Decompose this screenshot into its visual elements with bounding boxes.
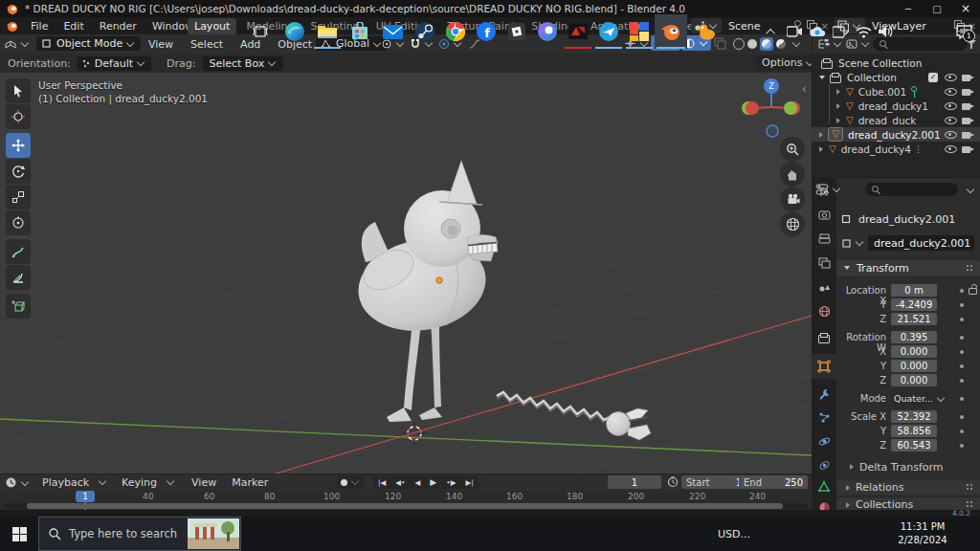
tab-constraints[interactable] — [812, 453, 836, 476]
tool-measure[interactable] — [6, 265, 31, 290]
scale-y-field[interactable]: 58.856 — [891, 425, 937, 437]
tab-object-data[interactable] — [812, 474, 836, 497]
marker-menu[interactable]: Marker — [226, 476, 274, 489]
animate-dot[interactable] — [960, 303, 964, 307]
outliner-row-cube[interactable]: ▽ Cube.001 — [812, 84, 980, 99]
play-button[interactable]: ▶ — [425, 477, 441, 487]
radeon-icon[interactable] — [563, 14, 593, 49]
tool-move[interactable] — [6, 133, 31, 158]
rot-z-field[interactable]: 0.000 — [891, 374, 937, 386]
gizmo-z-neg-ball[interactable] — [767, 125, 778, 137]
tab-layout[interactable]: Layout — [188, 18, 236, 34]
pan-button[interactable] — [780, 162, 805, 187]
playhead-marker[interactable]: 1 — [76, 491, 95, 502]
expand-icon[interactable] — [819, 76, 825, 79]
scale-z-field[interactable]: 60.543 — [891, 439, 937, 452]
loc-x-field[interactable]: 0 m — [891, 284, 937, 297]
render-visibility-icon[interactable] — [962, 86, 975, 97]
rotation-mode-dropdown[interactable]: Quater... — [891, 392, 947, 405]
collapse-icon[interactable] — [819, 146, 823, 152]
editor-type-button[interactable] — [4, 36, 31, 52]
hide-eye-icon[interactable] — [945, 115, 957, 125]
animate-dot[interactable] — [960, 318, 964, 321]
animate-dot[interactable] — [960, 336, 964, 340]
tablet-pen-icon[interactable] — [829, 14, 852, 49]
edge-icon[interactable] — [279, 14, 310, 49]
lock-icon[interactable] — [969, 284, 978, 296]
jump-to-end-button[interactable]: ▶| — [460, 478, 478, 487]
play-reverse-button[interactable]: ◀ — [411, 478, 426, 487]
rot-y-field[interactable]: 0.000 — [891, 360, 937, 372]
blender-menu-icon[interactable] — [6, 20, 18, 33]
tab-particles[interactable] — [812, 406, 836, 429]
animate-dot[interactable] — [960, 397, 964, 401]
drag-dropdown[interactable]: Select Box — [203, 56, 283, 71]
outliner-row-ducky1[interactable]: ▽ dread_ducky1 — [812, 99, 980, 113]
panel-drag-dots[interactable] — [967, 501, 974, 508]
tab-output[interactable] — [812, 228, 836, 251]
tool-transform[interactable] — [6, 210, 31, 235]
animate-dot[interactable] — [960, 415, 964, 419]
animate-dot[interactable] — [960, 289, 964, 293]
outliner-row-scene-collection[interactable]: Scene Collection — [812, 55, 980, 70]
tab-view-layer[interactable] — [812, 252, 836, 275]
minimize-button[interactable]: ─ — [894, 0, 923, 17]
photos-icon[interactable] — [624, 14, 655, 49]
orthographic-toggle-button[interactable] — [780, 211, 805, 236]
tool-annotate[interactable] — [6, 239, 31, 264]
tab-modifiers[interactable] — [812, 382, 836, 405]
transform-panel-header[interactable]: Transform — [836, 260, 980, 276]
tool-select-box[interactable] — [6, 78, 31, 103]
meet-now-icon[interactable] — [783, 14, 806, 49]
timeline-scroll-track[interactable] — [4, 503, 808, 509]
hide-eye-icon[interactable] — [945, 143, 957, 154]
timeline-editor-type[interactable] — [5, 475, 31, 490]
viewport-canvas[interactable] — [0, 73, 812, 474]
hide-eye-icon[interactable] — [945, 72, 957, 82]
collection-checkbox[interactable]: ✓ — [928, 73, 938, 82]
collapse-icon[interactable] — [836, 118, 840, 123]
tray-app-label[interactable]: USD... — [718, 528, 750, 540]
wifi-icon[interactable] — [852, 14, 875, 49]
collapse-icon[interactable] — [836, 89, 840, 95]
start-button[interactable] — [0, 517, 38, 551]
navigation-gizmo[interactable]: Z — [737, 77, 806, 145]
maximize-button[interactable]: □ — [923, 0, 951, 17]
animate-dot[interactable] — [960, 350, 964, 354]
search-highlight-image[interactable] — [188, 518, 239, 549]
panel-drag-dots[interactable] — [967, 265, 974, 272]
menu-render[interactable]: Render — [92, 20, 145, 33]
menu-edit[interactable]: Edit — [56, 20, 91, 33]
outliner-row-ducky2-selected[interactable]: ▽ dread_ducky2.001 — [812, 127, 980, 142]
tab-object-active[interactable] — [812, 354, 836, 379]
delta-transform-subpanel[interactable]: Delta Transform — [850, 460, 944, 474]
onedrive-cloud-icon[interactable] — [806, 14, 829, 49]
tab-collection[interactable] — [812, 326, 836, 349]
view-menu[interactable]: View — [182, 476, 226, 489]
volume-icon[interactable] — [875, 14, 898, 49]
tab-tool[interactable] — [812, 180, 836, 203]
tab-render[interactable] — [812, 204, 836, 227]
tab-physics[interactable] — [812, 430, 836, 452]
facebook-icon[interactable]: f — [471, 14, 501, 49]
jump-to-start-button[interactable]: |◀ — [373, 478, 390, 487]
action-center-button[interactable]: 1 — [949, 14, 978, 49]
properties-search-input[interactable] — [865, 183, 958, 196]
keying-menu[interactable]: Keying — [116, 476, 163, 489]
animate-dot[interactable] — [960, 364, 964, 368]
tab-world[interactable] — [812, 299, 836, 322]
interaction-mode-dropdown[interactable]: Object Mode — [36, 36, 141, 51]
gizmo-x-ball[interactable] — [746, 101, 759, 115]
taskbar-clock[interactable]: 11:31 PM 2/28/2024 — [898, 520, 947, 547]
mail-icon[interactable] — [377, 14, 408, 49]
outliner-row-ducky4[interactable]: ▽ dread_ducky4 ⋮ — [812, 142, 980, 156]
shading-solid-icon[interactable] — [747, 39, 757, 49]
tool-cursor[interactable] — [6, 104, 31, 129]
animate-dot[interactable] — [960, 430, 964, 433]
menu-view[interactable]: View — [140, 38, 182, 51]
hide-eye-icon[interactable] — [945, 86, 957, 97]
timeline-scrollbar[interactable] — [27, 503, 783, 509]
zoom-button[interactable] — [780, 137, 805, 162]
menu-file[interactable]: File — [23, 20, 56, 33]
collapse-icon[interactable] — [836, 103, 840, 109]
